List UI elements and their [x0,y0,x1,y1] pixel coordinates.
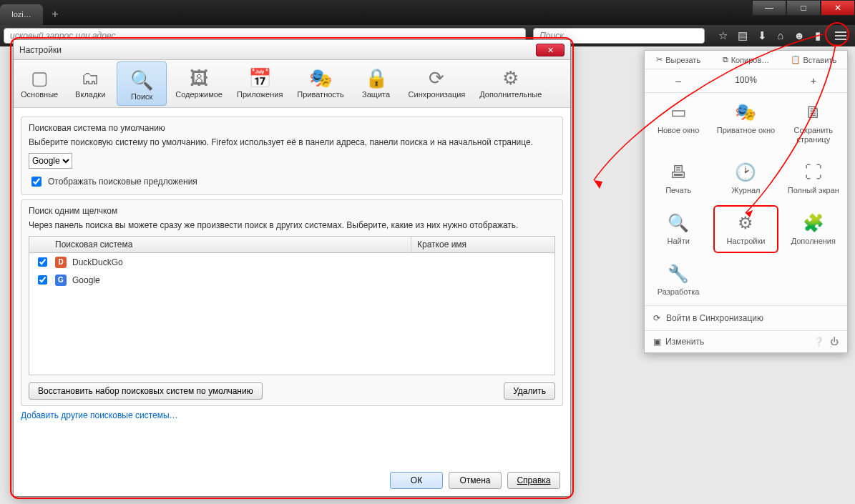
dialog-tabs: ▢Основные🗂Вкладки🔍Поиск🖼Содержимое📅Прило… [14,60,570,108]
menu-item-label: Найти [648,237,709,246]
customize-button[interactable]: ▣Изменить [653,337,704,347]
print-icon: 🖶 [648,162,709,183]
default-engine-select[interactable]: Google [29,153,72,169]
settings-tab-tabs[interactable]: 🗂Вкладки [65,60,115,107]
add-more-engines-link[interactable]: Добавить другие поисковые системы… [21,410,178,420]
menu-item-addons[interactable]: 🧩Дополнения [780,204,847,255]
tab-label: Вкладки [72,90,108,99]
menu-item-label: Сохранить страницу [783,126,844,144]
settings-tab-search[interactable]: 🔍Поиск [117,61,167,106]
tab-label: Синхронизация [409,90,466,99]
remove-engine-button[interactable]: Удалить [504,382,555,400]
menu-item-label: Журнал [715,186,776,195]
default-search-engine-group: Поисковая система по умолчанию Выберите … [21,117,563,195]
settings-tab-security[interactable]: 🔒Защита [351,60,401,107]
mask-icon: 🎭 [715,102,776,123]
group-description: Выберите поисковую систему по умолчанию.… [29,137,555,147]
settings-tab-apps[interactable]: 📅Приложения [230,60,290,107]
ok-button[interactable]: ОК [390,472,443,489]
menu-item-label: Настройки [715,237,776,246]
help-icon[interactable]: ❔ [814,337,824,347]
star-icon[interactable]: ☆ [718,29,728,42]
window-close-button[interactable]: ✕ [821,0,855,16]
zoom-in-button[interactable]: + [780,69,847,92]
settings-tab-sync[interactable]: ⟳Синхронизация [401,60,473,107]
tab-label: Приложения [237,90,283,99]
engine-checkbox[interactable] [38,257,47,267]
menu-item-print[interactable]: 🖶Печать [645,153,712,204]
tab-label: Дополнительные [479,90,542,99]
tab-label: Приватность [297,90,343,99]
tabs-icon: 🗂 [72,66,108,90]
gear-icon: ⚙ [715,212,776,234]
restore-defaults-button[interactable]: Восстановить набор поисковых систем по у… [29,382,263,400]
menu-item-label: Приватное окно [715,126,776,135]
menu-item-gear[interactable]: ⚙Настройки [712,204,779,255]
settings-dialog: Настройки ✕ ▢Основные🗂Вкладки🔍Поиск🖼Соде… [13,39,571,497]
engine-favicon: G [55,275,67,286]
show-suggestions-checkbox[interactable]: Отображать поисковые предложения [29,174,555,189]
sign-in-sync-button[interactable]: ⟳Войти в Синхронизацию [645,305,847,330]
new-tab-button[interactable]: + [47,7,64,21]
menu-item-window[interactable]: ▭Новое окно [645,93,712,153]
settings-tab-privacy[interactable]: 🎭Приватность [290,60,351,107]
menu-item-dev[interactable]: 🔧Разработка [645,255,712,305]
dialog-title: Настройки [19,45,62,55]
cut-button[interactable]: ✂Вырезать [645,51,712,69]
browser-tab[interactable]: lozi… [0,4,43,25]
dialog-close-button[interactable]: ✕ [536,44,565,56]
privacy-icon: 🎭 [297,66,343,90]
window-maximize-button[interactable]: □ [786,0,821,16]
downloads-icon[interactable]: ⬇ [758,29,767,42]
hamburger-menu-button[interactable] [831,27,851,44]
menu-item-fullscreen[interactable]: ⛶Полный экран [780,153,847,204]
menu-item-history[interactable]: 🕑Журнал [712,153,779,204]
window-icon: ▭ [648,102,709,123]
group-title: Поисковая система по умолчанию [29,123,555,133]
cancel-button[interactable]: Отмена [449,472,502,489]
menu-item-find[interactable]: 🔍Найти [645,204,712,255]
copy-button[interactable]: ⧉Копиров… [712,51,779,69]
search-engines-table: Поисковая система Краткое имя DDuckDuckG… [29,236,555,375]
history-icon: 🕑 [715,162,776,183]
menu-item-save[interactable]: 🗎Сохранить страницу [780,93,847,153]
menu-item-mask[interactable]: 🎭Приватное окно [712,93,779,153]
paste-button[interactable]: 📋Вставить [780,51,847,69]
engine-checkbox[interactable] [38,275,47,285]
engine-row[interactable]: GGoogle [29,271,554,289]
engine-row[interactable]: DDuckDuckGo [29,253,554,271]
group-title: Поиск одним щелчком [29,206,555,216]
copy-icon: ⧉ [723,55,728,64]
menu-item-label: Печать [648,186,709,195]
dialog-body: Поисковая система по умолчанию Выберите … [14,108,570,425]
tab-label: Поиск [124,92,159,101]
menu-item-label: Дополнения [783,237,844,246]
oneclick-search-group: Поиск одним щелчком Через панель поиска … [21,199,563,406]
help-button[interactable]: Справка [507,472,560,489]
engine-name: DuckDuckGo [72,257,123,267]
security-icon: 🔒 [358,66,394,90]
advanced-icon: ⚙ [479,66,542,90]
browser-chrome: lozi… + — □ ✕ [0,0,855,25]
fullscreen-icon: ⛶ [783,162,844,183]
zoom-level[interactable]: 100% [712,69,779,92]
stripe-icon[interactable]: ▮ [815,29,821,42]
bookmarks-icon[interactable]: ▤ [738,29,748,42]
power-icon[interactable]: ⏻ [830,337,839,347]
engine-favicon: D [55,257,67,268]
settings-tab-content[interactable]: 🖼Содержимое [168,60,230,107]
show-suggestions-checkbox-input[interactable] [31,177,41,187]
column-engine[interactable]: Поисковая система [49,237,411,252]
addons-icon: 🧩 [783,212,844,234]
sync-icon: ⟳ [653,313,660,323]
dialog-titlebar[interactable]: Настройки ✕ [14,40,570,60]
app-menu-panel: ✂Вырезать ⧉Копиров… 📋Вставить – 100% + ▭… [644,50,848,353]
column-keyword[interactable]: Краткое имя [411,237,554,252]
window-minimize-button[interactable]: — [752,0,786,16]
settings-tab-switch[interactable]: ▢Основные [14,60,65,107]
smiley-icon[interactable]: ☻ [793,29,805,42]
settings-tab-advanced[interactable]: ⚙Дополнительные [472,60,549,107]
zoom-out-button[interactable]: – [645,69,712,92]
content-icon: 🖼 [175,66,223,90]
home-icon[interactable]: ⌂ [777,29,783,42]
